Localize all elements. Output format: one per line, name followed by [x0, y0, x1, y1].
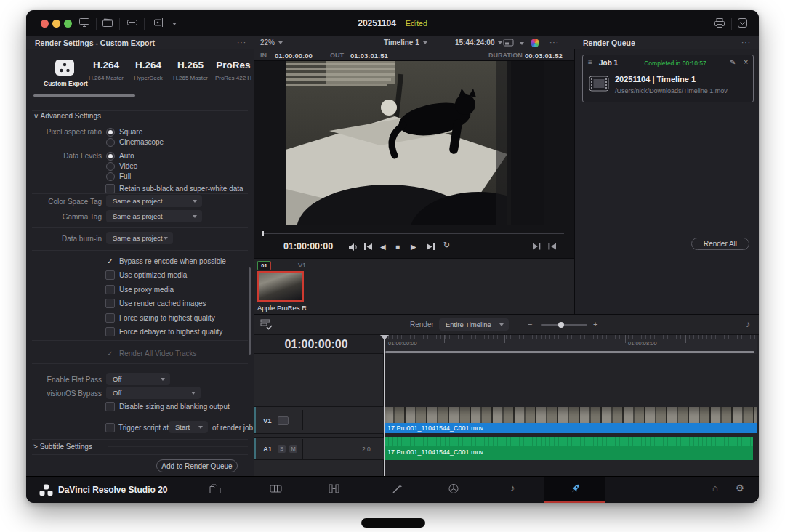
timeline-ruler[interactable]: 01:00:00:00 01:00:08:00	[384, 335, 757, 354]
zoom-in-button[interactable]: +	[593, 320, 597, 329]
deliver-page-tab[interactable]	[544, 477, 605, 503]
data-burn-in-select[interactable]: Same as project	[106, 232, 173, 244]
use-render-cache-checkbox[interactable]	[105, 299, 115, 308]
render-job-card[interactable]: ≡ Job 1 Completed in 00:10:57 ✎ × 202511…	[582, 55, 754, 102]
retain-subblack-checkbox[interactable]	[105, 184, 115, 193]
auto-select-icon[interactable]	[278, 416, 289, 425]
ruler-label-start: 01:00:00:00	[388, 340, 417, 347]
bypass-reencode-checkbox[interactable]: ✓	[105, 257, 115, 266]
play-reverse-button[interactable]: ◀	[380, 243, 386, 251]
chevron-down-icon[interactable]	[520, 42, 524, 45]
ruler-label-mid: 01:00:08:00	[628, 340, 657, 347]
trigger-script-checkbox[interactable]	[105, 423, 115, 432]
solo-button[interactable]: S	[278, 445, 286, 453]
use-proxy-media-checkbox[interactable]	[105, 285, 115, 294]
edit-job-icon[interactable]: ✎	[730, 58, 736, 66]
gamma-tag-select[interactable]: Same as project	[106, 210, 202, 222]
cut-page-icon[interactable]	[270, 483, 282, 494]
printer-icon[interactable]	[714, 17, 725, 28]
music-note-icon[interactable]: ♪	[746, 319, 750, 329]
match-frame-icon[interactable]	[548, 243, 557, 250]
timeline-playhead[interactable]	[384, 335, 385, 477]
color-viewer-icon[interactable]	[531, 39, 539, 47]
audio-clip[interactable]: 17 Pro001_11041544_C001.mov	[384, 437, 753, 460]
chevron-down-icon	[191, 392, 196, 395]
levels-video-radio[interactable]	[106, 162, 115, 171]
first-frame-button[interactable]	[363, 243, 373, 251]
home-icon[interactable]: ⌂	[712, 483, 718, 493]
clip-index-badge[interactable]: 01	[257, 261, 271, 270]
render-range-select[interactable]: Entire Timeline	[439, 318, 509, 331]
subtitle-settings-disclosure[interactable]: > Subtitle Settings	[33, 443, 92, 451]
color-page-icon[interactable]	[448, 483, 459, 494]
viewer-zoom-select[interactable]: 22%	[260, 39, 283, 47]
settings-scrollbar[interactable]	[249, 267, 251, 355]
playhead-grabber[interactable]	[380, 335, 389, 340]
edit-page-icon[interactable]	[328, 483, 340, 494]
chevron-down-icon	[164, 237, 168, 240]
viewer-scrubber[interactable]	[263, 233, 564, 234]
enable-flat-pass-select[interactable]: Off	[106, 373, 170, 385]
presets-scrollbar[interactable]	[33, 94, 135, 97]
levels-video-label: Video	[119, 162, 137, 170]
more-icon[interactable]: ···	[741, 39, 751, 47]
timeline-selector[interactable]: Timeline 1	[384, 39, 427, 47]
export-box-icon[interactable]	[737, 17, 748, 28]
preset-hyperdeck[interactable]: H.264 HyperDeck	[127, 60, 169, 81]
advanced-settings-disclosure[interactable]: ∨ Advanced Settings	[33, 112, 101, 120]
viewer-playhead[interactable]	[262, 231, 264, 236]
par-cinemascope-radio[interactable]	[106, 138, 115, 147]
use-optimized-media-checkbox[interactable]	[105, 270, 115, 280]
preset-h264-master[interactable]: H.264 H.264 Master	[85, 60, 127, 81]
add-to-render-queue-button[interactable]: Add to Render Queue	[156, 459, 238, 472]
zoom-out-button[interactable]: −	[528, 320, 532, 329]
preset-custom-export[interactable]: Custom Export	[44, 60, 86, 87]
fusion-page-icon[interactable]	[392, 483, 403, 494]
media-page-icon[interactable]	[209, 483, 221, 494]
zoom-slider-track[interactable]	[541, 324, 587, 326]
video-clip[interactable]: 17 Pro001_11041544_C001.mov	[384, 406, 757, 434]
more-icon[interactable]: ···	[237, 39, 246, 47]
render-all-button[interactable]: Render All	[691, 238, 749, 250]
audio-mute-icon[interactable]	[348, 243, 358, 251]
play-around-icon[interactable]	[532, 243, 541, 250]
timeline-current-timecode[interactable]: 01:00:00:00	[254, 338, 378, 351]
force-sizing-checkbox[interactable]	[105, 313, 115, 323]
timeline-scrollbar[interactable]	[385, 351, 754, 353]
more-icon[interactable]: ···	[550, 39, 559, 47]
force-debayer-checkbox[interactable]	[105, 327, 115, 336]
play-button[interactable]: ▶	[411, 243, 416, 251]
trigger-script-select[interactable]: Start	[169, 421, 208, 433]
remove-job-icon[interactable]: ×	[744, 57, 748, 66]
job-title: 20251104 | Timeline 1	[615, 75, 696, 84]
preset-h265-master[interactable]: H.265 H.265 Master	[169, 60, 212, 81]
video-track-header[interactable]: V1	[254, 406, 384, 434]
viewer-timecode[interactable]: 15:44:24:00	[455, 39, 502, 47]
audio-track-header[interactable]: A1 S M 2.0	[254, 437, 384, 460]
mute-button[interactable]: M	[289, 445, 297, 453]
preset-prores[interactable]: ProRes ProRes 422 H	[212, 60, 254, 81]
display-mode-icon[interactable]	[503, 39, 514, 47]
timeline-options-icon[interactable]	[260, 319, 273, 330]
duration-timecode: 00:03:01:52	[525, 52, 563, 60]
drag-handle-icon[interactable]: ≡	[588, 58, 592, 66]
chevron-down-icon	[498, 41, 502, 44]
fairlight-page-icon[interactable]: ♪	[510, 483, 515, 493]
transport-controls: 01:00:00:00 ◀ ■ ▶ ↻	[254, 237, 574, 259]
settings-gear-icon[interactable]: ⚙	[736, 483, 744, 493]
data-levels-label: Data Levels	[26, 152, 102, 160]
render-settings-title: Render Settings - Custom Export	[35, 39, 155, 47]
zoom-slider-handle[interactable]	[558, 322, 564, 328]
disable-sizing-checkbox[interactable]	[105, 402, 115, 411]
visionos-bypass-select[interactable]: Off	[106, 387, 201, 399]
viewer-current-timecode[interactable]: 01:00:00:00	[283, 241, 333, 251]
chevron-down-icon	[161, 378, 165, 381]
par-square-radio[interactable]	[106, 128, 115, 137]
render-clip-thumbnail[interactable]	[257, 271, 304, 302]
last-frame-button[interactable]	[426, 243, 435, 251]
color-space-tag-select[interactable]: Same as project	[106, 195, 202, 207]
levels-full-radio[interactable]	[106, 172, 115, 181]
levels-auto-radio[interactable]	[106, 152, 115, 161]
loop-button[interactable]: ↻	[443, 241, 450, 250]
stop-button[interactable]: ■	[395, 243, 400, 251]
